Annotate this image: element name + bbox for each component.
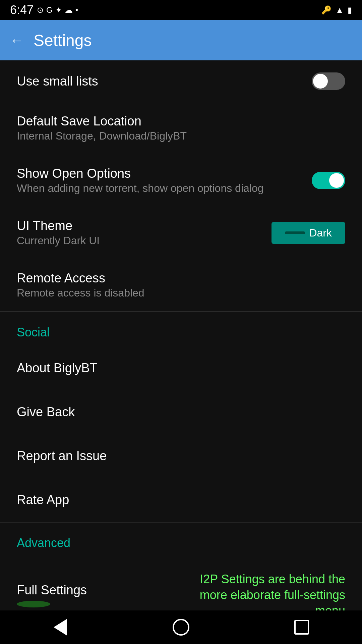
status-bar-left: 6:47 ⊙ G ✦ ☁ • [10,3,78,17]
settings-icon: ✦ [55,5,62,15]
full-settings-badge [17,601,50,607]
status-time: 6:47 [10,3,34,17]
app-bar: ← Settings [0,20,362,60]
show-open-options-item[interactable]: Show Open Options When adding new torren… [0,154,362,207]
default-save-location-item[interactable]: Default Save Location Internal Storage, … [0,102,362,154]
report-an-issue-label: Report an Issue [17,449,107,463]
ui-theme-item[interactable]: UI Theme Currently Dark UI Dark [0,207,362,259]
nav-recent-button[interactable] [288,614,315,641]
recent-square-icon [294,620,309,635]
circle-icon: ⊙ [37,5,44,15]
use-small-lists-text: Use small lists [17,74,312,89]
nav-back-button[interactable] [47,614,74,641]
give-back-item[interactable]: Give Back [0,390,362,434]
remote-access-subtitle: Remote access is disabled [17,287,345,299]
status-bar: 6:47 ⊙ G ✦ ☁ • 🔑 ▲ ▮ [0,0,362,20]
ui-theme-button[interactable]: Dark [272,222,345,244]
remote-access-item[interactable]: Remote Access Remote access is disabled [0,259,362,311]
key-icon: 🔑 [321,5,331,15]
ui-theme-text: UI Theme Currently Dark UI [17,219,272,247]
status-bar-right: 🔑 ▲ ▮ [321,5,352,15]
rate-app-item[interactable]: Rate App [0,478,362,522]
show-open-options-title: Show Open Options [17,166,312,181]
ui-theme-subtitle: Currently Dark UI [17,234,272,247]
back-button[interactable]: ← [10,33,23,48]
give-back-label: Give Back [17,405,75,419]
page-title: Settings [34,31,92,50]
show-open-options-text: Show Open Options When adding new torren… [17,166,312,195]
full-settings-left: Full Settings [17,583,87,607]
settings-container: Use small lists Default Save Location In… [0,60,362,633]
dot-icon: • [75,5,78,15]
use-small-lists-toggle[interactable] [312,72,345,90]
google-icon: G [46,5,53,15]
theme-label: Dark [309,227,332,239]
use-small-lists-title: Use small lists [17,74,312,89]
wifi-icon: ▲ [336,5,344,15]
report-an-issue-item[interactable]: Report an Issue [0,434,362,478]
toggle-knob [313,74,328,89]
toggle-knob-2 [329,173,344,188]
rate-app-label: Rate App [17,493,69,507]
about-biglybt-item[interactable]: About BiglyBT [0,346,362,390]
show-open-options-subtitle: When adding new torrent, show open optio… [17,182,312,195]
about-biglybt-label: About BiglyBT [17,361,98,375]
cloud-icon: ☁ [65,5,73,15]
default-save-location-text: Default Save Location Internal Storage, … [17,114,345,142]
social-section-header: Social [0,312,362,346]
default-save-location-subtitle: Internal Storage, Download/BiglyBT [17,130,345,142]
home-circle-icon [173,619,189,636]
full-settings-title: Full Settings [17,583,87,597]
nav-home-button[interactable] [168,614,194,641]
use-small-lists-item[interactable]: Use small lists [0,60,362,102]
theme-track [285,231,305,234]
remote-access-text: Remote Access Remote access is disabled [17,271,345,299]
advanced-section-header: Advanced [0,523,362,557]
bottom-nav [0,610,362,644]
status-icons: ⊙ G ✦ ☁ • [37,5,78,15]
default-save-location-title: Default Save Location [17,114,345,128]
remote-access-title: Remote Access [17,271,345,285]
battery-icon: ▮ [348,5,352,15]
show-open-options-toggle[interactable] [312,172,345,189]
back-triangle-icon [54,619,67,636]
ui-theme-title: UI Theme [17,219,272,233]
